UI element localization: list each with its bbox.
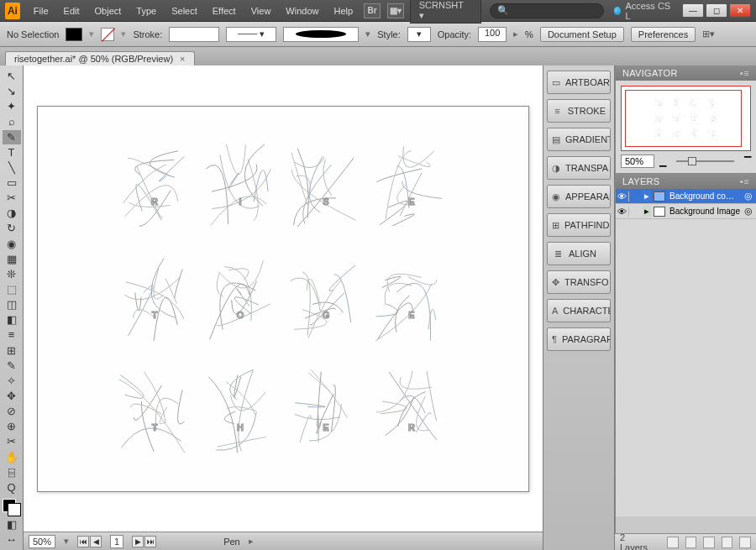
tool-hand[interactable]: ⌸ — [3, 465, 21, 479]
tool-blend[interactable]: ✥ — [3, 389, 21, 403]
tool-slice[interactable]: ✋ — [3, 450, 21, 464]
menu-window[interactable]: Window — [279, 3, 325, 19]
tool-gradient[interactable]: ✎ — [3, 359, 21, 373]
delete-layer-icon[interactable] — [739, 537, 751, 548]
panel-button-transpa[interactable]: ◑TRANSPA… — [547, 156, 611, 180]
visibility-icon[interactable]: 👁 — [616, 207, 629, 217]
tool-perspective[interactable]: ≡ — [3, 327, 21, 342]
workspace-switcher[interactable]: SCRNSHT ▾ — [410, 0, 481, 24]
tool-artboard[interactable]: ✂ — [3, 434, 21, 448]
menu-type[interactable]: Type — [129, 3, 163, 19]
locate-object-icon[interactable] — [667, 537, 679, 548]
zoom-level-field[interactable]: 50% — [29, 535, 55, 548]
brush-definition[interactable] — [283, 27, 359, 42]
preferences-button[interactable]: Preferences — [631, 27, 696, 42]
panel-button-stroke[interactable]: ≡STROKE — [547, 99, 611, 123]
window-close[interactable]: ✕ — [729, 3, 751, 18]
navigator-zoom-field[interactable]: 50% — [621, 155, 654, 168]
menu-edit[interactable]: Edit — [57, 3, 87, 19]
document-tab[interactable]: risetogether.ai* @ 50% (RGB/Preview) × — [5, 51, 195, 65]
canvas-area[interactable]: RISETOGETHER 50% ▾ ⏮◀ 1 ▶⏭ Pen ▸ — [24, 65, 543, 550]
tool-lasso[interactable]: ⌕ — [3, 114, 21, 128]
tool-symbol-sprayer[interactable]: ⊘ — [3, 404, 21, 418]
navigator-thumbnail[interactable]: RISETOGETHER — [621, 86, 751, 151]
artboard-number[interactable]: 1 — [110, 535, 123, 548]
panel-button-pathfinder[interactable]: ⊞PATHFINDER — [547, 213, 611, 237]
stroke-weight-field[interactable] — [169, 27, 219, 42]
menu-view[interactable]: View — [244, 3, 278, 19]
panel-button-character[interactable]: ACHARACTER — [547, 299, 611, 322]
zoom-out-icon[interactable]: ▁ — [659, 156, 666, 167]
layers-footer: 2 Layers — [615, 533, 756, 550]
navigator-tab[interactable]: NAVIGATOR — [622, 68, 678, 78]
tool-scale[interactable]: ❊ — [3, 267, 21, 281]
document-setup-button[interactable]: Document Setup — [540, 27, 624, 42]
tool-zoom[interactable]: Q — [3, 480, 21, 495]
align-options-icon[interactable]: ⊞▾ — [702, 29, 715, 39]
artboard-nav[interactable]: ⏮◀ — [77, 536, 102, 547]
stroke-none-swatch[interactable] — [101, 28, 114, 41]
tool-magic-wand[interactable]: ✦ — [3, 99, 21, 113]
menu-file[interactable]: File — [27, 3, 55, 19]
artwork-sketch: RISETOGETHER — [57, 129, 508, 468]
access-cs-live[interactable]: Access CS L — [614, 1, 672, 21]
tool-eyedropper[interactable]: ✧ — [3, 374, 21, 388]
menu-select[interactable]: Select — [165, 3, 204, 19]
tool-paintbrush[interactable]: ✂ — [3, 191, 21, 205]
svg-text:H: H — [237, 422, 244, 432]
window-minimize[interactable]: — — [682, 3, 704, 18]
layers-tab[interactable]: LAYERS — [622, 176, 659, 186]
window-maximize[interactable]: ◻ — [706, 3, 727, 18]
tool-shape-builder[interactable]: ◧ — [3, 312, 21, 327]
panel-button-transfo[interactable]: ✥TRANSFO… — [547, 270, 611, 294]
tool-type[interactable]: T — [3, 145, 21, 160]
new-sublayer-icon[interactable] — [703, 537, 715, 548]
graphic-style[interactable]: ▾ — [407, 27, 431, 42]
panel-button-align[interactable]: ≣ALIGN — [547, 242, 611, 265]
document-tab-bar: risetogether.ai* @ 50% (RGB/Preview) × — [0, 47, 756, 65]
visibility-icon[interactable]: 👁 — [616, 191, 629, 202]
menu-help[interactable]: Help — [327, 3, 360, 19]
tool-screen-modes[interactable]: ↔ — [3, 532, 21, 547]
close-tab-icon[interactable]: × — [180, 54, 185, 64]
tool-direct-select[interactable]: ↘ — [3, 84, 21, 98]
search-input[interactable]: 🔍 — [490, 3, 604, 18]
bridge-button[interactable]: Br — [364, 3, 381, 18]
menu-object[interactable]: Object — [88, 3, 129, 19]
artboard-nav-fwd[interactable]: ▶⏭ — [132, 536, 156, 547]
tool-rectangle[interactable]: ▭ — [3, 175, 21, 190]
artboard[interactable]: RISETOGETHER — [37, 106, 529, 492]
zoom-in-icon[interactable]: ▔ — [744, 156, 751, 167]
zoom-slider[interactable] — [676, 160, 734, 162]
fill-stroke-swatches[interactable] — [3, 499, 21, 516]
panel-button-appearan[interactable]: ◉APPEARAN… — [547, 185, 611, 208]
var-width-profile[interactable]: ─── ▾ — [226, 27, 276, 42]
tool-pen[interactable]: ✎ — [3, 130, 21, 144]
new-layer-icon[interactable] — [722, 537, 733, 548]
panel-button-gradient[interactable]: ▤GRADIENT — [547, 128, 611, 151]
svg-text:O: O — [237, 310, 244, 320]
panel-button-paragraph[interactable]: ¶PARAGRAPH — [547, 327, 611, 351]
tool-graph[interactable]: ⊕ — [3, 419, 21, 433]
tool-blob-brush[interactable]: ↻ — [3, 221, 21, 235]
tool-pencil[interactable]: ◑ — [3, 206, 21, 220]
tool-free-transform[interactable]: ◫ — [3, 297, 21, 312]
navigator-view-box[interactable] — [625, 90, 742, 147]
tool-selection[interactable]: ↖ — [3, 69, 21, 83]
make-clipping-mask-icon[interactable] — [685, 537, 697, 548]
tool-eraser[interactable]: ◉ — [3, 237, 21, 251]
panel-menu-icon[interactable]: ▪≡ — [740, 176, 749, 186]
opacity-field[interactable]: 100 — [478, 27, 507, 42]
menu-effect[interactable]: Effect — [206, 3, 243, 19]
tool-mesh[interactable]: ⊞ — [3, 343, 21, 358]
layer-row[interactable]: 👁▸Background Image◎ — [616, 204, 756, 219]
tool-line[interactable]: ╲ — [3, 160, 21, 175]
tool-width[interactable]: ⬚ — [3, 282, 21, 296]
tool-rotate[interactable]: ▦ — [3, 252, 21, 266]
tool-color-modes[interactable]: ◧ — [3, 517, 21, 532]
arrange-docs-button[interactable]: ▦▾ — [387, 3, 404, 18]
layer-row[interactable]: 👁▸Background co…◎ — [616, 189, 756, 204]
fill-swatch[interactable] — [66, 28, 82, 41]
panel-button-artboards[interactable]: ▭ARTBOARDS — [547, 71, 611, 94]
panel-menu-icon[interactable]: ▪≡ — [740, 68, 749, 78]
